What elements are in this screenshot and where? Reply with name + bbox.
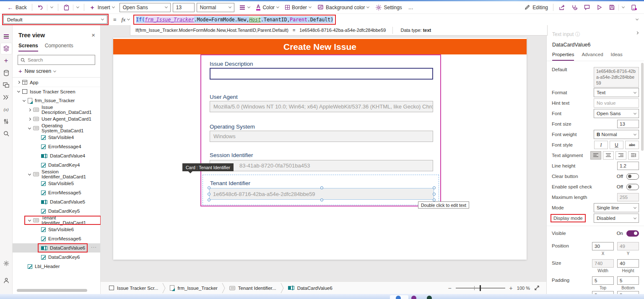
visible-toggle[interactable]: [626, 230, 639, 237]
tenant-identifier-input[interactable]: 1e6548c6-8716-42ba-a54e-2dfc284bbe59: [209, 188, 434, 200]
tree-item-issue-description-datacard1[interactable]: Issue Description_DataCard1: [13, 105, 100, 114]
design-canvas[interactable]: Create New Issue Issue Description User …: [101, 25, 546, 281]
chevron-down-icon[interactable]: [76, 5, 79, 8]
power-automate-icon[interactable]: [1, 92, 12, 103]
tree-search-input[interactable]: [28, 57, 86, 62]
spell-check-toggle[interactable]: [626, 184, 639, 190]
align-center-button[interactable]: [603, 151, 614, 160]
editing-mode-button[interactable]: Editing: [521, 3, 551, 13]
tree-item-app[interactable]: App: [13, 77, 100, 87]
new-screen-button[interactable]: + New screen: [13, 65, 100, 77]
breadcrumb-tenant-identifier-[interactable]: Tenant Identifier...: [225, 282, 280, 294]
selection-handle[interactable]: [433, 186, 436, 189]
chevron-down-icon[interactable]: [16, 91, 21, 92]
position-y-input[interactable]: 49: [617, 242, 639, 250]
align-right-button[interactable]: [615, 151, 626, 160]
chevron-right-icon[interactable]: [27, 118, 32, 120]
virtual-agent-icon[interactable]: [1, 275, 12, 286]
zoom-slider[interactable]: [456, 288, 505, 289]
background-color-button[interactable]: Background color: [314, 3, 372, 13]
size-height-input[interactable]: 40: [617, 259, 639, 268]
zoom-in-button[interactable]: +: [509, 285, 513, 291]
format-dropdown[interactable]: Text: [594, 88, 639, 97]
chevron-right-icon[interactable]: [16, 81, 21, 83]
selection-handle[interactable]: [208, 186, 210, 189]
strikethrough-button[interactable]: abc: [625, 141, 639, 149]
app-checker-button[interactable]: [568, 3, 580, 13]
data-icon[interactable]: [1, 67, 12, 78]
paste-button[interactable]: [60, 3, 82, 13]
settings-gear-icon[interactable]: [1, 258, 12, 269]
form-control[interactable]: Issue Description User Agent Mozilla/5.0…: [200, 54, 441, 206]
panel-scrollbar[interactable]: [641, 63, 644, 151]
font-dropdown[interactable]: Open Sans: [594, 109, 639, 118]
insert-button[interactable]: + Insert: [86, 3, 117, 13]
underline-button[interactable]: U: [610, 141, 623, 149]
zoom-out-button[interactable]: −: [448, 285, 451, 291]
collapse-panel-icon[interactable]: [636, 31, 639, 34]
issue-description-input[interactable]: [210, 68, 433, 80]
breadcrumb-datacardvalue6[interactable]: DataCardValue6: [284, 282, 337, 294]
mode-dropdown[interactable]: Single line: [594, 203, 639, 212]
comments-button[interactable]: [581, 3, 593, 13]
tenant-identifier-datacard[interactable]: Tenant Identifier 1e6548c6-8716-42ba-a54…: [203, 175, 439, 205]
chevron-down-icon[interactable]: [622, 5, 625, 8]
tab-components[interactable]: Components: [45, 43, 73, 52]
tree-item-frm-issue-tracker[interactable]: frm_Issue_Tracker: [13, 96, 100, 105]
display-mode-dropdown[interactable]: Disabled: [594, 214, 639, 223]
tree-item-starvisible4[interactable]: StarVisible4: [13, 133, 100, 142]
size-width-input[interactable]: 740: [592, 259, 614, 268]
close-icon[interactable]: ×: [91, 32, 95, 38]
chevron-down-icon[interactable]: [27, 174, 32, 175]
chevron-down-icon[interactable]: [50, 5, 53, 8]
media-icon[interactable]: [1, 80, 12, 90]
tree-item-datacardkey4[interactable]: DataCardKey4: [13, 160, 100, 170]
preview-button[interactable]: [593, 3, 605, 13]
tree-item-session-identifier-datacard1[interactable]: Session Identifier_DataCard1: [13, 170, 100, 179]
properties-tab-ideas[interactable]: Ideas: [611, 52, 623, 61]
fx-button[interactable]: fx: [122, 16, 130, 23]
clear-button-toggle[interactable]: [626, 173, 639, 180]
tab-screens[interactable]: Screens: [18, 43, 38, 52]
max-length-input[interactable]: 255: [617, 193, 639, 201]
zoom-slider-handle[interactable]: [480, 285, 481, 291]
tree-item-datacardvalue6[interactable]: DataCardValue6···: [13, 243, 100, 253]
default-property-value[interactable]: 1e6548c6-8716-42ba-a54e-2dfc284bbe59: [594, 67, 639, 88]
chevron-down-icon[interactable]: [27, 220, 32, 221]
selection-handle[interactable]: [433, 193, 436, 196]
paragraph-options-button[interactable]: [236, 3, 253, 13]
property-selector-dropdown[interactable]: Default: [3, 15, 107, 24]
search-icon[interactable]: [1, 128, 12, 139]
color-button[interactable]: A Color: [253, 3, 282, 13]
formula-bar-expand-icon[interactable]: [636, 18, 639, 21]
selection-handle[interactable]: [208, 193, 210, 196]
padding-bottom-input[interactable]: 5: [617, 276, 639, 285]
tree-item-datacardkey5[interactable]: DataCardKey5: [13, 206, 100, 216]
align-left-button[interactable]: [590, 151, 601, 160]
zoom-percentage[interactable]: 100 %: [517, 286, 530, 291]
breadcrumb-frm-issue-tracker[interactable]: frm_Issue_Tracker: [166, 282, 221, 294]
fit-to-window-icon[interactable]: [534, 285, 540, 291]
tree-item-datacardvalue4[interactable]: DataCardValue4: [13, 151, 100, 160]
hamburger-menu-icon[interactable]: [1, 31, 12, 42]
align-justify-button[interactable]: [628, 151, 639, 160]
advanced-tools-icon[interactable]: [1, 116, 12, 127]
selection-handle[interactable]: [208, 198, 210, 201]
chevron-down-icon[interactable]: [21, 100, 27, 101]
formula-input[interactable]: If(frm_Issue_Tracker.Mode=FormMode.New,H…: [135, 16, 335, 23]
tree-horizontal-scrollbar[interactable]: [17, 289, 87, 292]
tenant-identifier-input-selection[interactable]: 1e6548c6-8716-42ba-a54e-2dfc284bbe59: [209, 188, 434, 200]
save-button[interactable]: [606, 3, 627, 13]
selection-handle[interactable]: [320, 186, 323, 189]
tree-item-issue-tracker-screen[interactable]: Issue Tracker Screen: [13, 87, 100, 96]
tree-item-errormessage5[interactable]: ErrorMessage5: [13, 188, 100, 197]
tree-view-icon[interactable]: [1, 43, 12, 54]
insert-icon[interactable]: +: [1, 55, 12, 66]
user-agent-input[interactable]: Mozilla/5.0 (Windows NT 10.0; Win64; x64…: [210, 101, 433, 112]
font-size-input[interactable]: 13: [617, 120, 639, 128]
padding-top-input[interactable]: 5: [592, 276, 614, 285]
font-weight-dropdown[interactable]: B Normal: [594, 130, 639, 139]
tree-item-starvisible5[interactable]: StarVisible5: [13, 179, 100, 188]
breadcrumb-issue-tracker-scr-[interactable]: Issue Tracker Scr...: [105, 282, 162, 294]
variables-icon[interactable]: (x): [1, 104, 12, 115]
